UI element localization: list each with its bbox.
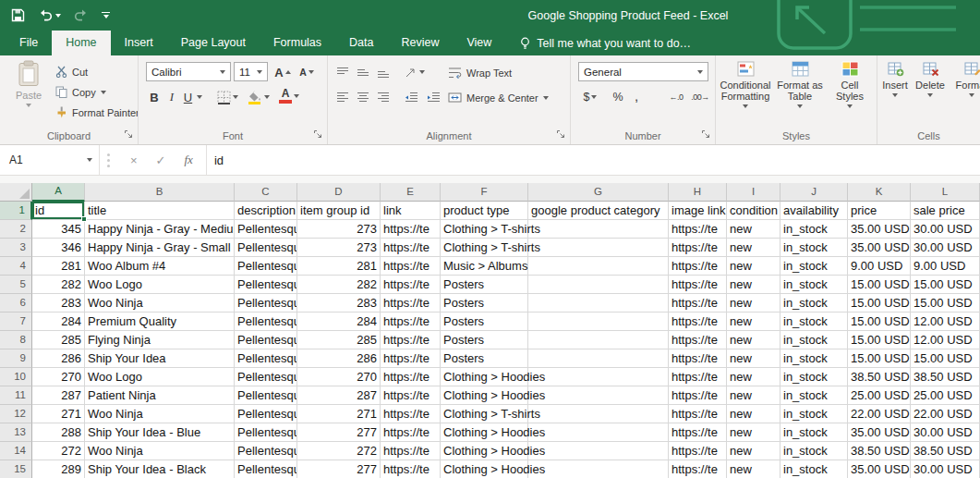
cell-H3[interactable]: https://te [669, 239, 727, 257]
cell-B9[interactable]: Ship Your Idea [85, 349, 235, 368]
cell-G10[interactable] [528, 368, 669, 386]
increase-indent-button[interactable] [424, 87, 442, 107]
cell-I9[interactable]: new [727, 349, 780, 368]
cell-I10[interactable]: new [727, 368, 780, 386]
cell-I12[interactable]: new [727, 405, 780, 423]
column-header-H[interactable]: H [669, 183, 727, 202]
row-header-10[interactable]: 10 [0, 368, 32, 386]
cell-I15[interactable]: new [727, 460, 780, 478]
cell-C1[interactable]: description [235, 202, 297, 220]
cancel-button[interactable]: × [130, 153, 138, 167]
row-header-9[interactable]: 9 [0, 349, 32, 368]
cell-L6[interactable]: 15.00 USD [911, 294, 980, 313]
cell-E3[interactable]: https://te [381, 239, 441, 257]
cell-B10[interactable]: Woo Logo [85, 368, 235, 386]
cell-C14[interactable]: Pellentesque [235, 442, 297, 460]
cell-J6[interactable]: in_stock [780, 294, 848, 313]
row-header-1[interactable]: 1 [0, 202, 32, 220]
cell-C2[interactable]: Pellentesque [235, 220, 297, 239]
cell-A9[interactable]: 286 [32, 349, 85, 368]
cell-L11[interactable]: 25.00 USD [911, 386, 980, 405]
cell-A7[interactable]: 284 [32, 313, 85, 331]
undo-button[interactable] [38, 9, 61, 21]
cell-B14[interactable]: Woo Ninja [85, 442, 235, 460]
cell-G2[interactable] [528, 220, 669, 239]
cell-I6[interactable]: new [727, 294, 780, 313]
cell-G1[interactable]: google product category [528, 202, 669, 220]
column-header-A[interactable]: A [32, 183, 85, 202]
cell-K15[interactable]: 35.00 USD [848, 460, 911, 478]
cell-K14[interactable]: 38.50 USD [848, 442, 911, 460]
bold-button[interactable]: B [146, 87, 163, 107]
middle-align-button[interactable] [354, 62, 372, 82]
cell-E1[interactable]: link [381, 202, 441, 220]
wrap-text-button[interactable]: Wrap Text [448, 64, 512, 81]
number-format-select[interactable]: General [578, 62, 708, 81]
cell-K3[interactable]: 35.00 USD [848, 239, 911, 257]
cell-F2[interactable]: Clothing > T-shirts [441, 220, 528, 239]
cell-A14[interactable]: 272 [32, 442, 85, 460]
cell-C6[interactable]: Pellentesque [235, 294, 297, 313]
cell-K13[interactable]: 35.00 USD [848, 423, 911, 442]
delete-cells-button[interactable]: Delete [913, 61, 948, 97]
cell-D12[interactable]: 271 [297, 405, 381, 423]
cell-H2[interactable]: https://te [669, 220, 727, 239]
cell-F4[interactable]: Music > Albums [441, 257, 528, 276]
column-header-K[interactable]: K [848, 183, 911, 202]
formula-bar-resize-handle[interactable] [107, 159, 110, 162]
cell-D8[interactable]: 285 [297, 331, 381, 349]
cell-K6[interactable]: 15.00 USD [848, 294, 911, 313]
tab-home[interactable]: Home [52, 31, 110, 55]
row-header-3[interactable]: 3 [0, 239, 32, 257]
cell-L5[interactable]: 15.00 USD [911, 276, 980, 294]
cell-D7[interactable]: 284 [297, 313, 381, 331]
cell-A5[interactable]: 282 [32, 276, 85, 294]
cell-F7[interactable]: Posters [441, 313, 528, 331]
cell-J14[interactable]: in_stock [780, 442, 848, 460]
tab-view[interactable]: View [453, 31, 505, 55]
cell-I3[interactable]: new [727, 239, 780, 257]
insert-cells-button[interactable]: Insert [879, 61, 911, 97]
format-painter-button[interactable]: Format Painter [55, 104, 139, 121]
tab-page-layout[interactable]: Page Layout [167, 31, 260, 55]
cell-I5[interactable]: new [727, 276, 780, 294]
redo-button[interactable] [74, 9, 89, 21]
conditional-formatting-button[interactable]: Conditional Formatting [718, 61, 773, 108]
cell-E4[interactable]: https://te [381, 257, 441, 276]
number-dialog-launcher[interactable] [701, 129, 712, 141]
cell-I4[interactable]: new [727, 257, 780, 276]
cell-H15[interactable]: https://te [669, 460, 727, 478]
column-header-I[interactable]: I [727, 183, 780, 202]
percent-style-button[interactable]: % [610, 87, 626, 107]
cell-J7[interactable]: in_stock [780, 313, 848, 331]
cell-G8[interactable] [528, 331, 669, 349]
cell-B2[interactable]: Happy Ninja - Gray - Medium [85, 220, 235, 239]
name-box[interactable]: A1 [0, 145, 100, 175]
cell-K8[interactable]: 15.00 USD [848, 331, 911, 349]
cell-H9[interactable]: https://te [669, 349, 727, 368]
merge-center-button[interactable]: Merge & Center [448, 89, 549, 106]
cell-K2[interactable]: 35.00 USD [848, 220, 911, 239]
cell-D4[interactable]: 281 [297, 257, 381, 276]
cell-A12[interactable]: 271 [32, 405, 85, 423]
cell-F9[interactable]: Posters [441, 349, 528, 368]
cell-I13[interactable]: new [727, 423, 780, 442]
cell-J11[interactable]: in_stock [780, 386, 848, 405]
cell-G5[interactable] [528, 276, 669, 294]
cell-B13[interactable]: Ship Your Idea - Blue [85, 423, 235, 442]
italic-button[interactable]: I [164, 87, 179, 107]
cell-E8[interactable]: https://te [381, 331, 441, 349]
tab-insert[interactable]: Insert [111, 31, 167, 55]
cell-D15[interactable]: 277 [297, 460, 381, 478]
cell-C11[interactable]: Pellentesque [235, 386, 297, 405]
row-header-15[interactable]: 15 [0, 460, 32, 478]
cell-J1[interactable]: availability [780, 202, 848, 220]
cell-L10[interactable]: 38.50 USD [911, 368, 980, 386]
cell-L12[interactable]: 22.00 USD [911, 405, 980, 423]
cell-L2[interactable]: 30.00 USD [911, 220, 980, 239]
row-header-11[interactable]: 11 [0, 386, 32, 405]
tab-data[interactable]: Data [335, 31, 387, 55]
cell-H8[interactable]: https://te [669, 331, 727, 349]
cell-D10[interactable]: 270 [297, 368, 381, 386]
cell-K11[interactable]: 25.00 USD [848, 386, 911, 405]
